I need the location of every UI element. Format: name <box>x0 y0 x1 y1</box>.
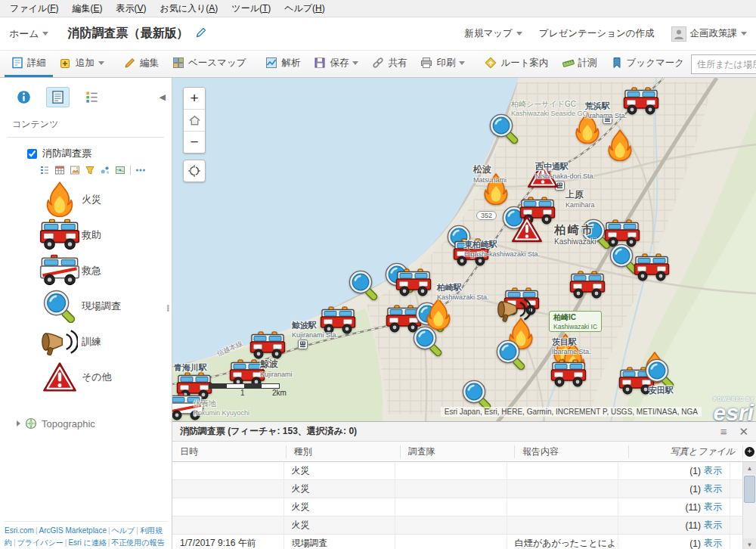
menu-item[interactable]: お気に入り(A) <box>153 1 225 17</box>
details-button[interactable]: 詳細 <box>5 51 53 77</box>
find-my-location-button[interactable] <box>183 160 206 182</box>
analysis-icon <box>265 57 277 69</box>
table-options-icon[interactable]: + <box>745 447 754 457</box>
share-button[interactable]: 共有 <box>365 51 414 77</box>
basemap-button[interactable]: ベースマップ <box>166 51 253 77</box>
table-cell <box>172 498 284 516</box>
file-count: (11) <box>686 502 701 513</box>
map-marker-truck-icon[interactable] <box>550 359 587 388</box>
sidebar-resize-handle[interactable]: ••• <box>166 305 169 312</box>
map-marker-mag-icon[interactable] <box>489 113 519 144</box>
menu-item[interactable]: ヘルプ(H) <box>277 1 332 17</box>
table-cell: 火災 <box>284 480 396 498</box>
footer-link[interactable]: Esri.com <box>5 526 34 535</box>
menu-item[interactable]: ツール(T) <box>225 1 277 17</box>
layer-legend: 火災救助救急現場調査訓練その他 <box>0 177 172 395</box>
create-presentation-button[interactable]: プレゼンテーションの作成 <box>539 27 655 40</box>
more-options-icon[interactable] <box>135 167 146 173</box>
map-marker-mag-icon[interactable] <box>349 270 379 300</box>
table-row[interactable]: 火災(11)表示 <box>172 516 742 535</box>
table-row[interactable]: 火災(1)表示 <box>172 480 742 498</box>
tab-content[interactable] <box>46 87 70 107</box>
column-header-report[interactable]: 報告内容 <box>515 445 629 458</box>
footer-link[interactable]: 不正使用の報告 <box>111 538 164 547</box>
map-marker-mag-icon[interactable] <box>462 380 492 410</box>
map-marker-flame-icon[interactable] <box>426 298 451 330</box>
edit-button[interactable]: 編集 <box>117 51 166 77</box>
filter-icon[interactable] <box>85 165 95 175</box>
map-label-poi: 柏崎シーサイドGCKashiwazaki Seaside GC <box>511 99 587 117</box>
table-row[interactable]: 火災(1)表示 <box>172 462 742 480</box>
menu-item[interactable]: 表示(V) <box>109 1 153 17</box>
table-close-icon[interactable]: ✕ <box>739 426 748 437</box>
column-header-team[interactable]: 調査隊 <box>401 445 515 458</box>
table-cell <box>507 462 619 479</box>
new-map-label: 新規マップ <box>464 27 512 40</box>
directions-button[interactable]: ルート案内 <box>478 51 555 77</box>
layer-checkbox[interactable] <box>27 149 37 159</box>
view-files-link[interactable]: 表示 <box>704 464 722 477</box>
table-cell: 1/7/2017 9:16 午前 <box>172 535 284 549</box>
map-marker-truck-icon[interactable] <box>634 253 670 282</box>
map-label-station: 荒浜駅Arahama Sta. <box>585 101 627 119</box>
new-map-menu[interactable]: 新規マップ <box>464 27 522 40</box>
tab-about[interactable] <box>12 87 36 107</box>
search-input[interactable] <box>692 55 756 73</box>
analysis-button[interactable]: 解析 <box>259 51 307 77</box>
scroll-up-icon[interactable]: ▲ <box>743 462 756 474</box>
map-view[interactable]: 柏崎シーサイドGCKashiwazaki Seaside GC荒浜駅Araham… <box>172 78 756 421</box>
column-header-files[interactable]: 写真とファイル <box>629 445 743 458</box>
map-marker-truck-icon[interactable] <box>623 87 659 116</box>
column-header-datetime[interactable]: 日時 <box>172 445 287 458</box>
layer-item[interactable]: 消防調査票 <box>0 138 172 162</box>
home-extent-button[interactable] <box>184 110 205 132</box>
table-scrollbar[interactable]: ▲ ▼ <box>742 462 756 549</box>
account-menu[interactable]: 企画政策課 <box>671 26 748 42</box>
tab-legend[interactable] <box>80 87 104 107</box>
table-row[interactable]: 1/7/2017 9:16 午前現場調査白煙があがったことによる調査(1)表示 <box>172 535 742 549</box>
map-marker-mag-icon[interactable] <box>413 326 443 356</box>
scroll-down-icon[interactable]: ▼ <box>743 538 756 549</box>
view-files-link[interactable]: 表示 <box>704 482 722 495</box>
zoom-out-button[interactable]: − <box>184 132 205 153</box>
zoom-to-layer-icon[interactable] <box>115 165 125 175</box>
map-marker-truck-icon[interactable] <box>569 271 606 299</box>
footer-link[interactable]: Esri に連絡 <box>68 538 106 547</box>
measure-button[interactable]: 計測 <box>556 51 604 77</box>
table-cell <box>172 516 284 534</box>
table-row[interactable]: 火災(11)表示 <box>172 498 742 516</box>
map-marker-truck-icon[interactable] <box>395 268 432 297</box>
view-files-link[interactable]: 表示 <box>704 501 722 513</box>
save-button[interactable]: 保存 <box>307 51 365 77</box>
print-button[interactable]: 印刷 <box>414 51 472 77</box>
zoom-in-button[interactable]: + <box>184 88 205 110</box>
column-header-type[interactable]: 種別 <box>287 445 401 458</box>
scale-bar: 12km <box>209 383 292 398</box>
footer-link[interactable]: プライバシー <box>17 538 64 547</box>
scroll-thumb[interactable] <box>744 476 755 503</box>
bookmarks-button[interactable]: ブックマーク <box>604 51 691 77</box>
footer-link[interactable]: ヘルプ <box>112 526 135 535</box>
legend-label: 火災 <box>82 193 101 206</box>
map-marker-truck-icon[interactable] <box>249 331 286 360</box>
sidebar-collapse-icon[interactable]: ◀ <box>160 92 166 102</box>
home-menu[interactable]: ホーム <box>9 27 48 41</box>
show-table-icon[interactable] <box>54 165 65 175</box>
view-files-link[interactable]: 表示 <box>704 519 722 532</box>
cluster-icon[interactable] <box>100 165 110 175</box>
add-button[interactable]: 追加 <box>53 51 111 77</box>
menu-item[interactable]: 編集(E) <box>65 1 109 17</box>
table-cell <box>507 516 619 534</box>
table-header-row: 日時 種別 調査隊 報告内容 写真とファイル + <box>172 442 756 462</box>
map-marker-flame-icon[interactable] <box>607 129 633 161</box>
footer-link[interactable]: ArcGIS Marketplace <box>39 526 107 535</box>
show-legend-icon[interactable] <box>39 165 50 175</box>
edit-title-icon[interactable] <box>195 26 207 42</box>
change-style-icon[interactable] <box>70 165 80 175</box>
view-files-link[interactable]: 表示 <box>704 537 722 549</box>
basemap-layer-item[interactable]: Topographic <box>17 417 172 430</box>
menu-item[interactable]: ファイル(F) <box>3 1 65 17</box>
table-menu-icon[interactable]: ≡ <box>720 426 727 437</box>
map-marker-mag-icon[interactable] <box>645 358 675 389</box>
map-marker-mag-icon[interactable] <box>496 340 526 370</box>
